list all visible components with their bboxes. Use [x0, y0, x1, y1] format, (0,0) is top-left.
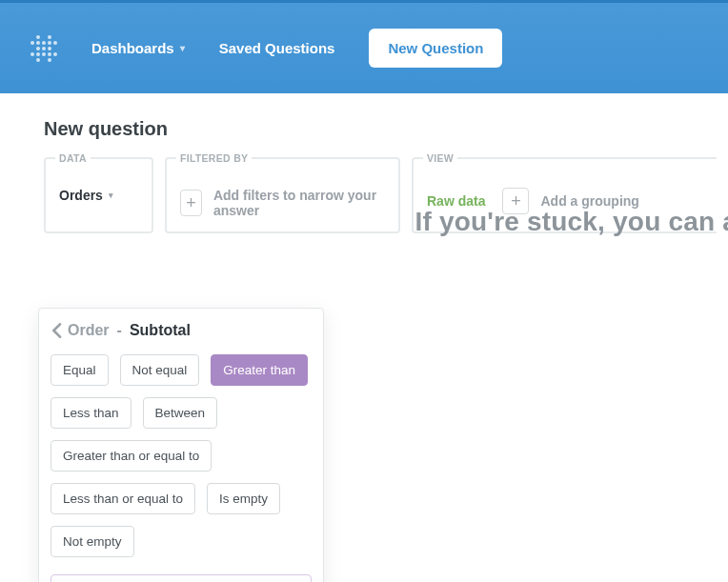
logo[interactable] — [30, 35, 57, 62]
data-segment: DATA Orders ▾ — [44, 157, 153, 233]
chevron-down-icon: ▾ — [109, 191, 113, 200]
filter-popover-header: Order - Subtotal — [51, 322, 312, 339]
operator-between[interactable]: Between — [143, 397, 218, 429]
filter-header-dash: - — [117, 322, 122, 339]
filter-placeholder-text: Add filters to narrow your answer — [213, 188, 385, 218]
filter-segment-label: FILTERED BY — [176, 152, 252, 164]
nav-saved-questions-label: Saved Questions — [219, 40, 335, 56]
operator-not-equal[interactable]: Not equal — [120, 354, 200, 386]
page-title: New question — [44, 118, 728, 140]
operator-gte[interactable]: Greater than or equal to — [51, 440, 212, 472]
nav-saved-questions[interactable]: Saved Questions — [219, 40, 335, 56]
chevron-left-icon[interactable] — [51, 323, 62, 338]
operator-not-empty[interactable]: Not empty — [51, 526, 134, 557]
chevron-down-icon: ▾ — [180, 43, 185, 53]
operator-lte[interactable]: Less than or equal to — [51, 483, 195, 514]
nav-dashboards[interactable]: Dashboards ▾ — [91, 40, 185, 56]
data-source-select[interactable]: Orders ▾ — [59, 188, 138, 203]
data-source-value: Orders — [59, 188, 103, 203]
operator-less-than[interactable]: Less than — [51, 397, 131, 429]
filter-column-label: Subtotal — [130, 322, 191, 339]
new-question-button[interactable]: New Question — [369, 29, 502, 68]
operator-greater-than[interactable]: Greater than — [211, 354, 308, 386]
add-filter-row: + Add filters to narrow your answer — [180, 188, 385, 218]
help-teaser-text: If you're stuck, you can alw — [415, 207, 728, 237]
top-nav: Dashboards ▾ Saved Questions New Questio… — [0, 3, 728, 93]
nav-dashboards-label: Dashboards — [91, 40, 174, 56]
filter-value-input[interactable] — [51, 574, 312, 582]
new-question-button-label: New Question — [388, 40, 483, 56]
operator-list: Equal Not equal Greater than Less than B… — [51, 354, 312, 557]
filter-popover: Order - Subtotal Equal Not equal Greater… — [38, 308, 324, 582]
operator-is-empty[interactable]: Is empty — [207, 483, 280, 514]
plus-icon: + — [186, 193, 196, 213]
filter-back-label[interactable]: Order — [68, 322, 110, 339]
filter-segment: FILTERED BY + Add filters to narrow your… — [165, 157, 400, 233]
data-segment-label: DATA — [55, 152, 91, 164]
operator-equal[interactable]: Equal — [51, 354, 109, 386]
view-segment-label: VIEW — [423, 152, 457, 164]
add-filter-button[interactable]: + — [180, 190, 202, 216]
page: New question DATA Orders ▾ FILTERED BY +… — [0, 93, 728, 233]
